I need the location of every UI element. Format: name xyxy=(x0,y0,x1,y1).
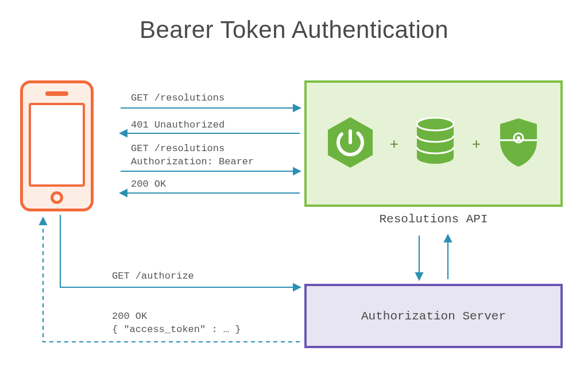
authorization-server-label: Authorization Server xyxy=(361,310,506,323)
mobile-client-icon xyxy=(20,80,94,211)
plus-separator-1: + xyxy=(390,135,399,153)
phone-home-button xyxy=(51,191,63,204)
svg-point-7 xyxy=(517,136,520,140)
response-401: 401 Unauthorized xyxy=(131,119,225,132)
resolutions-api-box: + + xyxy=(304,80,563,207)
spring-power-icon xyxy=(327,116,374,171)
plus-separator-2: + xyxy=(472,135,481,153)
response-200: 200 OK xyxy=(131,178,166,191)
resolutions-api-label: Resolutions API xyxy=(304,213,563,226)
shield-lock-icon xyxy=(497,116,540,171)
request-get-resolutions: GET /resolutions xyxy=(131,92,225,105)
request-get-authorize: GET /authorize xyxy=(112,270,194,283)
diagram-title: Bearer Token Authentication xyxy=(0,16,588,44)
request-get-resolutions-bearer: GET /resolutions Authorization: Bearer xyxy=(131,142,254,169)
authorization-server-box: Authorization Server xyxy=(304,284,563,348)
database-icon xyxy=(415,117,456,170)
response-access-token: 200 OK { "access_token" : … } xyxy=(112,310,241,337)
phone-screen xyxy=(29,103,85,187)
